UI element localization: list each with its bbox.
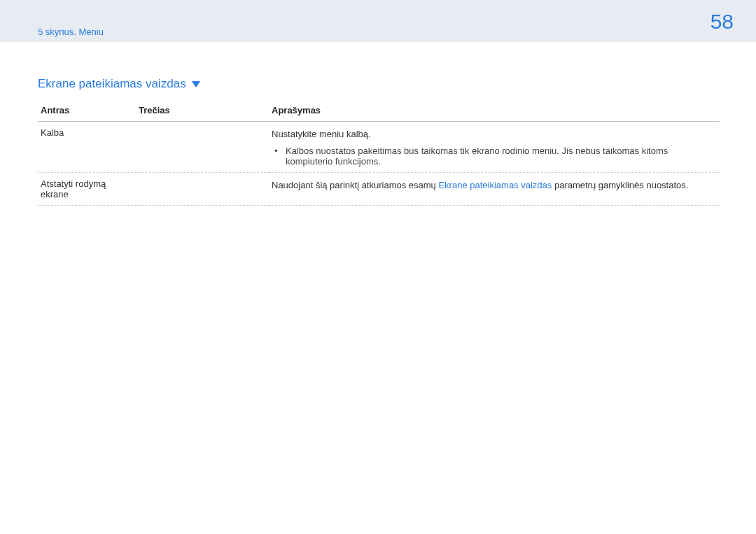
- col-header-trecias: Trečias: [136, 101, 269, 122]
- page-number: 58: [710, 10, 734, 34]
- row-aprasymas: Nustatykite meniu kalbą. Kalbos nuostato…: [269, 122, 720, 173]
- chevron-down-icon: [192, 81, 200, 87]
- table-row: Atstatyti rodymą ekrane Naudojant šią pa…: [38, 172, 720, 205]
- breadcrumb: 5 skyrius. Meniu: [38, 27, 104, 37]
- row-aprasymas: Naudojant šią parinktį atkuriamos esamų …: [269, 172, 720, 205]
- page-header: 5 skyrius. Meniu 58: [0, 0, 756, 42]
- page-content: Ekrane pateikiamas vaizdas Antras Trečia…: [0, 42, 756, 206]
- section-title-text: Ekrane pateikiamas vaizdas: [38, 77, 186, 91]
- desc-post: parametrų gamyklinės nuostatos.: [552, 180, 688, 190]
- desc-link: Ekrane pateikiamas vaizdas: [438, 180, 552, 190]
- row-antras: Kalba: [38, 122, 136, 173]
- desc-bullet-list: Kalbos nuostatos pakeitimas bus taikomas…: [272, 146, 717, 167]
- desc-main: Nustatykite meniu kalbą.: [272, 127, 717, 141]
- row-trecias: [136, 122, 269, 173]
- section-title[interactable]: Ekrane pateikiamas vaizdas: [38, 77, 720, 91]
- row-trecias: [136, 172, 269, 205]
- row-antras: Atstatyti rodymą ekrane: [38, 172, 136, 205]
- col-header-antras: Antras: [38, 101, 136, 122]
- menu-table: Antras Trečias Aprašymas Kalba Nustatyki…: [38, 101, 720, 206]
- table-header-row: Antras Trečias Aprašymas: [38, 101, 720, 122]
- desc-bullet-item: Kalbos nuostatos pakeitimas bus taikomas…: [281, 146, 717, 167]
- table-row: Kalba Nustatykite meniu kalbą. Kalbos nu…: [38, 122, 720, 173]
- desc-pre: Naudojant šią parinktį atkuriamos esamų: [272, 180, 438, 190]
- col-header-aprasymas: Aprašymas: [269, 101, 720, 122]
